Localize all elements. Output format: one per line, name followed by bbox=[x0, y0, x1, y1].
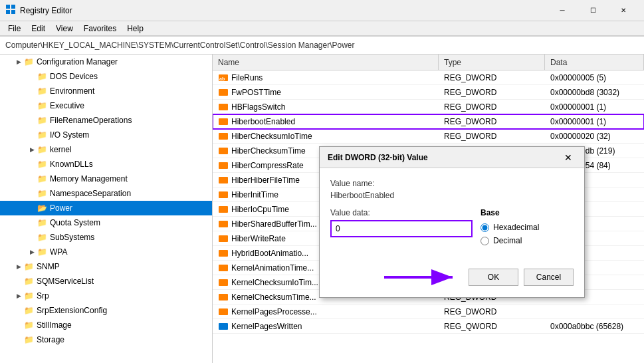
tree-item-knowndlls[interactable]: ▶ 📁 KnownDLLs bbox=[0, 157, 212, 172]
menu-view[interactable]: View bbox=[51, 23, 78, 35]
tree-item-wpa[interactable]: ▶ 📁 WPA bbox=[0, 245, 212, 259]
tree-item-memory-management[interactable]: ▶ 📁 Memory Management bbox=[0, 172, 212, 186]
svg-rect-19 bbox=[219, 279, 228, 286]
folder-icon: 📁 bbox=[37, 160, 47, 169]
dialog-close-button[interactable]: ✕ bbox=[560, 150, 576, 166]
tree-item-filerename[interactable]: ▶ 📁 FileRenameOperations bbox=[0, 113, 212, 128]
expand-icon: ▶ bbox=[27, 247, 37, 257]
folder-icon: 📁 bbox=[37, 86, 47, 96]
folder-icon: 📁 bbox=[37, 247, 47, 257]
tree-item-label: Storage bbox=[37, 335, 64, 344]
reg-name-cell: KernelPagesWritten bbox=[213, 321, 439, 332]
folder-icon: 📁 bbox=[37, 189, 47, 198]
close-button[interactable]: ✕ bbox=[608, 0, 639, 21]
table-row[interactable]: ab FileRuns REG_DWORD 0x00000005 (5) bbox=[213, 70, 644, 85]
folder-icon: 📁 bbox=[24, 306, 34, 315]
ok-button[interactable]: OK bbox=[469, 269, 518, 286]
radio-hexadecimal-row: Hexadecimal bbox=[481, 223, 574, 232]
table-row[interactable]: KernelPagesWritten REG_QWORD 0x000a0bbc … bbox=[213, 319, 644, 334]
expand-icon: ▶ bbox=[13, 57, 24, 67]
dialog-right-section: Base Hexadecimal Decimal bbox=[481, 208, 574, 249]
dialog-left-section: Value data: bbox=[330, 208, 473, 249]
reg-data-cell: 0x00000bd8 (3032) bbox=[545, 88, 644, 97]
dword-icon bbox=[218, 248, 229, 259]
reg-type-cell: REG_DWORD bbox=[439, 102, 545, 112]
tree-item-label: SrpExtensionConfig bbox=[37, 306, 107, 315]
tree-item-label: SubSystems bbox=[50, 233, 94, 242]
dword-icon bbox=[218, 233, 229, 244]
svg-rect-14 bbox=[219, 206, 228, 213]
menu-edit[interactable]: Edit bbox=[26, 23, 51, 35]
tree-item-environment[interactable]: ▶ 📁 Environment bbox=[0, 84, 212, 98]
svg-rect-8 bbox=[219, 118, 228, 125]
cancel-button[interactable]: Cancel bbox=[524, 269, 574, 286]
svg-rect-11 bbox=[219, 162, 228, 169]
reg-name-cell: HiberChecksumIoTime bbox=[213, 131, 439, 142]
table-row[interactable]: KernelPagesProcesse... REG_DWORD bbox=[213, 304, 644, 319]
tree-item-srpext[interactable]: ▶ 📁 SrpExtensionConfig bbox=[0, 303, 212, 318]
base-label: Base bbox=[481, 208, 574, 217]
arrow-graphic bbox=[381, 265, 461, 289]
folder-icon: 📁 bbox=[24, 262, 34, 271]
folder-icon: 📁 bbox=[37, 174, 47, 183]
tree-item-kernel[interactable]: ▶ 📁 kernel bbox=[0, 142, 212, 157]
dword-icon: ab bbox=[218, 72, 229, 83]
radio-decimal-row: Decimal bbox=[481, 236, 574, 245]
menu-bar: File Edit View Favorites Help bbox=[0, 21, 644, 36]
dword-icon bbox=[218, 175, 229, 185]
dialog-body: Value name: HiberbootEnabled Value data:… bbox=[320, 168, 584, 260]
dword-icon bbox=[218, 160, 229, 171]
tree-item-dos-devices[interactable]: ▶ 📁 DOS Devices bbox=[0, 69, 212, 84]
tree-scroll-area[interactable]: ▶ 📁 Configuration Manager ▶ 📁 DOS Device… bbox=[0, 55, 212, 347]
tree-item-storage[interactable]: ▶ 📁 Storage bbox=[0, 332, 212, 347]
tree-item-srp[interactable]: ▶ 📁 Srp bbox=[0, 289, 212, 303]
menu-favorites[interactable]: Favorites bbox=[78, 23, 122, 35]
tree-item-label: Quota System bbox=[50, 218, 100, 227]
svg-rect-10 bbox=[219, 148, 228, 154]
radio-hexadecimal[interactable] bbox=[481, 223, 489, 232]
value-data-input[interactable] bbox=[330, 220, 473, 237]
table-row[interactable]: HBFlagsSwitch REG_DWORD 0x00000001 (1) bbox=[213, 100, 644, 114]
col-header-data: Data bbox=[545, 55, 644, 70]
reg-data-cell: 0x00000001 (1) bbox=[545, 117, 644, 126]
svg-rect-1 bbox=[11, 5, 15, 9]
menu-help[interactable]: Help bbox=[122, 23, 149, 35]
dword-icon bbox=[218, 292, 229, 302]
value-name-display: HiberbootEnabled bbox=[330, 191, 574, 200]
tree-item-label: Srp bbox=[37, 291, 49, 301]
tree-item-subsystems[interactable]: ▶ 📁 SubSystems bbox=[0, 230, 212, 245]
folder-icon: 📁 bbox=[24, 57, 34, 66]
tree-item-snmp[interactable]: ▶ 📁 SNMP bbox=[0, 259, 212, 274]
reg-type-cell: REG_DWORD bbox=[439, 117, 545, 126]
folder-icon: 📁 bbox=[37, 233, 47, 242]
tree-item-config-manager[interactable]: ▶ 📁 Configuration Manager bbox=[0, 55, 212, 69]
tree-item-namespace[interactable]: ▶ 📁 NamespaceSeparation bbox=[0, 186, 212, 201]
table-row[interactable]: FwPOSTTime REG_DWORD 0x00000bd8 (3032) bbox=[213, 85, 644, 100]
value-name-label: Value name: bbox=[330, 179, 574, 188]
tree-item-label: kernel bbox=[50, 145, 72, 154]
tree-item-io-system[interactable]: ▶ 📁 I/O System bbox=[0, 128, 212, 142]
folder-icon: 📁 bbox=[37, 145, 47, 154]
minimize-button[interactable]: ─ bbox=[547, 0, 578, 21]
maximize-button[interactable]: ☐ bbox=[578, 0, 608, 21]
tree-item-power[interactable]: ▶ 📂 Power bbox=[0, 201, 212, 215]
table-row-hiberboot[interactable]: HiberbootEnabled REG_DWORD 0x00000001 (1… bbox=[213, 114, 644, 129]
tree-item-label: NamespaceSeparation bbox=[50, 189, 131, 198]
reg-name-cell: KernelPagesProcesse... bbox=[213, 306, 439, 317]
reg-data-cell: 0x00000001 (1) bbox=[545, 102, 644, 112]
menu-file[interactable]: File bbox=[3, 23, 26, 35]
tree-item-label: DOS Devices bbox=[50, 72, 98, 81]
radio-decimal[interactable] bbox=[481, 237, 489, 245]
tree-item-sqm[interactable]: ▶ 📁 SQMServiceList bbox=[0, 274, 212, 289]
app-icon bbox=[5, 4, 16, 17]
tree-item-executive[interactable]: ▶ 📁 Executive bbox=[0, 98, 212, 113]
radio-hexadecimal-label: Hexadecimal bbox=[493, 223, 539, 232]
folder-icon: 📁 bbox=[24, 291, 34, 301]
svg-rect-18 bbox=[219, 265, 228, 271]
tree-item-quota[interactable]: ▶ 📁 Quota System bbox=[0, 215, 212, 230]
table-row[interactable]: HiberChecksumIoTime REG_DWORD 0x00000020… bbox=[213, 129, 644, 144]
tree-item-stillimage[interactable]: ▶ 📁 StillImage bbox=[0, 318, 212, 332]
dword-icon bbox=[218, 204, 229, 215]
folder-icon: 📁 bbox=[37, 218, 47, 227]
dword-icon bbox=[218, 321, 229, 332]
